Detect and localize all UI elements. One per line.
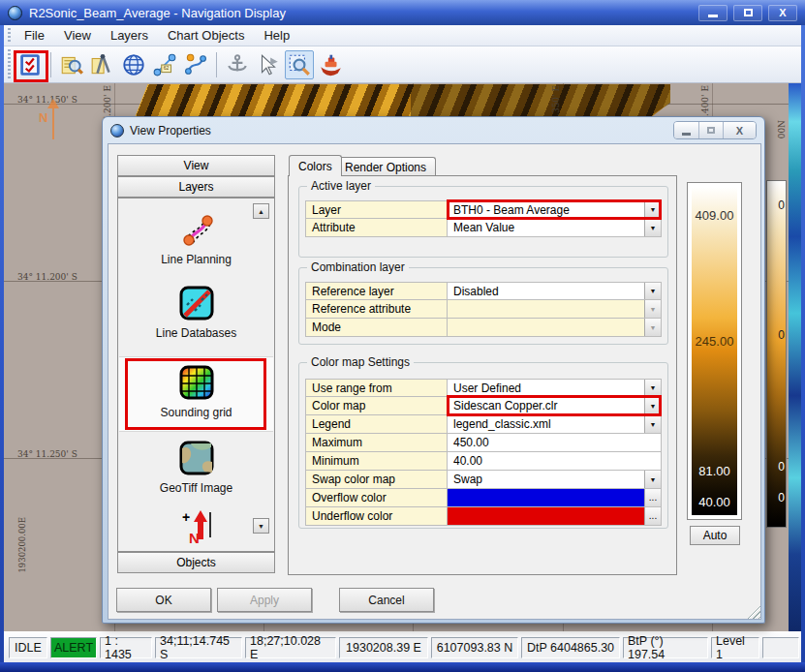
vessel-button[interactable] [316, 50, 345, 79]
attribute-dropdown[interactable]: Mean Value ▼ [448, 219, 661, 236]
maximum-input[interactable] [448, 434, 661, 451]
menu-grip[interactable] [7, 28, 13, 43]
svg-text:N: N [189, 530, 200, 545]
toolbar-separator [50, 52, 51, 77]
dropdown-arrow-icon[interactable]: ▼ [644, 415, 661, 433]
color-map-dropdown[interactable]: Sidescan Copper.clr ▼ [448, 397, 661, 414]
menu-layers[interactable]: Layers [101, 26, 158, 45]
zoom-select-button[interactable] [285, 50, 314, 79]
objects-panel-button[interactable]: Objects [117, 552, 275, 573]
dialog-titlebar[interactable]: View Properties X [103, 117, 764, 143]
easting-label: 1930200.00E [17, 517, 27, 573]
projection-button[interactable] [119, 50, 148, 79]
survey-log-button[interactable] [57, 50, 86, 79]
window-titlebar: R2Sonic_Beam_Average - Navigation Displa… [0, 0, 805, 25]
dropdown-value: BTH0 - Beam Average [448, 201, 644, 218]
layer-dropdown[interactable]: BTH0 - Beam Average ▼ [448, 201, 661, 218]
measure-button[interactable] [88, 50, 117, 79]
dialog-minimize-button[interactable] [674, 122, 698, 138]
dialog-title: View Properties [130, 124, 211, 137]
geotiff-image-icon [177, 439, 216, 477]
status-northing: 6107093.83 N [431, 637, 518, 658]
toolbar-grip[interactable] [7, 49, 13, 79]
dropdown-arrow-icon: ▼ [644, 319, 661, 336]
dropdown-value: legend_classic.xml [448, 415, 644, 433]
row-label: Maximum [306, 434, 448, 451]
underflow-color-swatch[interactable] [448, 507, 644, 525]
list-item-sounding-grid[interactable]: Sounding grid [119, 363, 273, 419]
latitude-label: 34° 11.200' S [17, 272, 77, 282]
attribute-row: Attribute Mean Value ▼ [305, 219, 662, 237]
dialog-restore-button[interactable] [698, 122, 723, 138]
layers-panel-button[interactable]: Layers [117, 176, 275, 198]
scroll-down-button[interactable]: ▼ [253, 518, 269, 534]
dropdown-arrow-icon[interactable]: ▼ [644, 380, 661, 396]
view-panel-button[interactable]: View [117, 155, 275, 176]
svg-text:+: + [182, 509, 190, 525]
menu-bar: File View Layers Chart Objects Help [4, 25, 801, 46]
anchor-select-button[interactable] [223, 50, 252, 79]
sounding-grid-icon [177, 363, 216, 402]
dropdown-value: Disabled [448, 283, 644, 299]
swap-dropdown[interactable]: Swap ▼ [448, 471, 661, 488]
overflow-color-picker-button[interactable]: ... [644, 489, 661, 506]
row-label: Mode [306, 319, 448, 336]
route-icon [183, 52, 208, 77]
auto-button[interactable]: Auto [690, 526, 740, 545]
menu-file[interactable]: File [15, 26, 54, 45]
list-item-line-planning[interactable]: Line Planning [119, 210, 273, 266]
close-button[interactable]: X [768, 5, 797, 21]
scroll-up-button[interactable]: ▲ [253, 203, 269, 219]
menu-chart-objects[interactable]: Chart Objects [158, 26, 254, 45]
cancel-button[interactable]: Cancel [339, 588, 434, 612]
maximize-button[interactable] [733, 5, 762, 21]
globe-grid-icon [121, 52, 146, 77]
dropdown-arrow-icon[interactable]: ▼ [644, 201, 661, 218]
window-title: R2Sonic_Beam_Average - Navigation Displa… [29, 6, 286, 20]
dropdown-arrow-icon[interactable]: ▼ [644, 219, 661, 236]
overflow-color-swatch[interactable] [448, 489, 644, 506]
status-easting: 1930208.39 E [339, 637, 428, 658]
dropdown-value [448, 319, 644, 336]
underflow-color-picker-button[interactable]: ... [644, 507, 661, 525]
list-item-line-databases[interactable]: Line Databases [119, 284, 273, 340]
color-scale-preview: 409.00 245.00 81.00 40.00 [687, 182, 742, 520]
latitude-label: 34° 11.250' S [17, 449, 77, 459]
minimum-input[interactable] [448, 452, 661, 470]
scale-value: 40.00 [692, 495, 737, 509]
dropdown-arrow-icon[interactable]: ▼ [644, 471, 661, 488]
row-label: Underflow color [306, 507, 448, 525]
active-layer-group: Active layer Layer BTH0 - Beam Average ▼… [298, 186, 668, 258]
minimize-button[interactable] [698, 5, 728, 21]
menu-view[interactable]: View [54, 26, 101, 45]
apply-button[interactable]: Apply [217, 588, 312, 612]
tab-render-options[interactable]: Render Options [335, 157, 436, 176]
pointer-select-button[interactable] [254, 50, 283, 79]
reference-layer-dropdown[interactable]: Disabled ▼ [448, 283, 661, 299]
row-label: Layer [306, 201, 448, 218]
reference-attribute-dropdown: ▼ [448, 300, 661, 318]
legend-dropdown[interactable]: legend_classic.xml ▼ [448, 415, 661, 433]
list-item-north-arrow[interactable]: + N [119, 506, 273, 551]
layer-list: Line Planning Line Databases [117, 198, 275, 552]
use-range-from-dropdown[interactable]: User Defined ▼ [448, 380, 661, 396]
dropdown-arrow-icon[interactable]: ▼ [644, 283, 661, 299]
dialog-client-area: View Layers Line Planning [108, 143, 761, 620]
overflow-color-row: Overflow color ... [305, 489, 662, 507]
scale-value: 245.00 [692, 334, 737, 349]
dialog-close-button[interactable]: X [723, 122, 756, 138]
tab-colors[interactable]: Colors [289, 155, 342, 176]
list-item-geotiff-image[interactable]: GeoTiff Image [119, 439, 273, 495]
app-globe-icon [8, 6, 22, 20]
pointer-flag-icon [256, 52, 281, 77]
legend-fragment: 0 [778, 328, 785, 342]
dropdown-arrow-icon[interactable]: ▼ [644, 397, 661, 414]
route-button[interactable] [181, 50, 210, 79]
row-label: Attribute [306, 219, 448, 236]
status-dtp: DtP 6404865.30 [521, 637, 620, 658]
row-label: Minimum [306, 452, 448, 470]
ok-button[interactable]: OK [116, 588, 211, 612]
menu-help[interactable]: Help [254, 26, 299, 45]
waypoint-line-button[interactable]: 62 [150, 50, 179, 79]
view-properties-button[interactable] [15, 50, 45, 79]
